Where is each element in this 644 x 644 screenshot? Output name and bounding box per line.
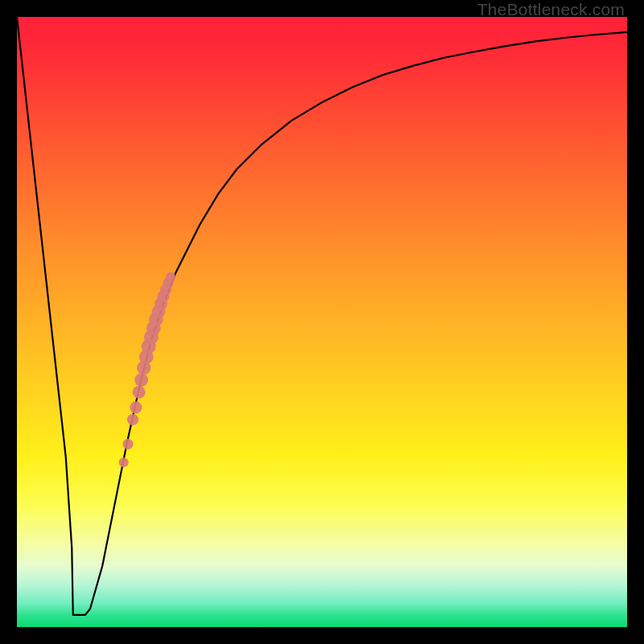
attribution-label: TheBottleneck.com: [477, 0, 625, 19]
data-marker: [130, 402, 142, 414]
data-marker: [133, 386, 146, 398]
data-marker: [127, 414, 138, 425]
bottleneck-curve: [17, 17, 627, 627]
plot-area: [17, 17, 627, 627]
chart-frame: TheBottleneck.com: [0, 0, 644, 644]
data-marker: [122, 439, 133, 449]
data-marker: [134, 374, 148, 387]
bottleneck-curve-path: [17, 17, 627, 615]
data-marker: [119, 457, 129, 467]
data-marker: [166, 272, 175, 282]
